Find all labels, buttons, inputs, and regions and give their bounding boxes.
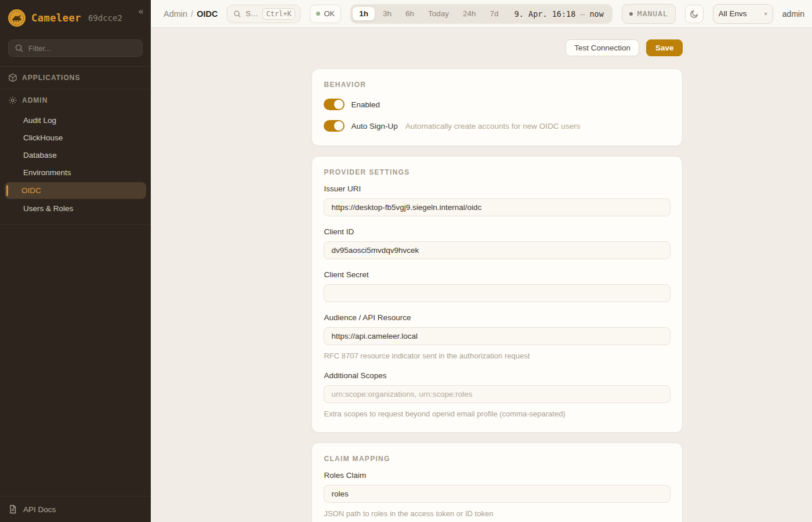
toggle-label: Auto Sign-Up <box>351 122 397 130</box>
sidebar-collapse-icon[interactable]: « <box>138 6 144 17</box>
status-label: OK <box>324 9 335 18</box>
main-area: Admin / OIDC S… Ctrl+K OK 1h 3h 6h Today… <box>151 0 812 522</box>
username-label: admin <box>782 9 804 19</box>
sidebar-header: Cameleer 69dcce2 <box>0 0 151 35</box>
issuer-uri-input[interactable] <box>324 198 670 216</box>
status-dot-icon <box>316 12 320 16</box>
sidebar-section-applications[interactable]: APPLICATIONS <box>0 66 151 89</box>
manual-dot-icon <box>629 12 633 16</box>
manual-label: MANUAL <box>637 9 668 18</box>
behavior-card: BEHAVIOR Enabled Auto Sign-Up Automatica… <box>311 68 683 146</box>
settings-content: Test Connection Save BEHAVIOR Enabled Au… <box>151 28 812 522</box>
sidebar-section-admin[interactable]: ADMIN <box>0 89 151 111</box>
brand-build-hash: 69dcce2 <box>88 13 122 23</box>
breadcrumb-parent[interactable]: Admin <box>164 9 187 19</box>
gear-icon <box>8 96 17 105</box>
card-title: PROVIDER SETTINGS <box>324 168 670 176</box>
topbar: Admin / OIDC S… Ctrl+K OK 1h 3h 6h Today… <box>151 0 812 28</box>
sidebar-spacer <box>0 224 151 496</box>
section-label: APPLICATIONS <box>22 74 80 82</box>
time-range-today[interactable]: Today <box>422 7 455 20</box>
enabled-toggle[interactable] <box>324 99 345 110</box>
sidebar-item-audit-log[interactable]: Audit Log <box>0 112 151 129</box>
time-range-3h[interactable]: 3h <box>376 7 398 20</box>
sidebar-item-environments[interactable]: Environments <box>0 164 151 181</box>
dark-mode-toggle[interactable] <box>685 5 704 23</box>
additional-scopes-input[interactable] <box>324 385 670 403</box>
breadcrumb-separator: / <box>191 9 193 19</box>
time-separator: – <box>580 9 585 19</box>
document-icon <box>8 505 17 514</box>
card-title: BEHAVIOR <box>324 81 670 89</box>
cameleer-logo-icon <box>8 9 26 27</box>
sidebar-item-database[interactable]: Database <box>0 147 151 164</box>
global-search[interactable]: S… Ctrl+K <box>227 5 300 23</box>
time-range-1h[interactable]: 1h <box>352 6 375 21</box>
field-hint: Extra scopes to request beyond openid em… <box>324 409 670 418</box>
chevron-down-icon: ▾ <box>764 10 767 17</box>
time-range-24h[interactable]: 24h <box>456 7 483 20</box>
field-label: Client Secret <box>324 270 670 279</box>
sidebar-filter <box>8 39 143 57</box>
search-shortcut-kbd: Ctrl+K <box>262 8 295 20</box>
search-icon <box>14 44 24 53</box>
claim-mapping-card: CLAIM MAPPING Roles Claim JSON path to r… <box>311 443 683 522</box>
search-icon <box>233 10 241 18</box>
sidebar: « Cameleer 69dcce2 APPLICAT <box>0 0 151 522</box>
field-label: Client ID <box>324 227 670 236</box>
api-docs-link[interactable]: API Docs <box>23 505 56 514</box>
package-icon <box>8 73 17 82</box>
sidebar-footer: API Docs <box>0 496 151 522</box>
time-range-display[interactable]: 9. Apr. 16:18 – now <box>506 9 611 19</box>
provider-settings-card: PROVIDER SETTINGS Issuer URI Client ID C… <box>311 156 683 433</box>
time-to: now <box>589 9 603 19</box>
time-range-6h[interactable]: 6h <box>399 7 420 20</box>
section-label: ADMIN <box>22 96 48 104</box>
field-label: Audience / API Resource <box>324 313 670 322</box>
sidebar-item-oidc[interactable]: OIDC <box>5 182 146 199</box>
search-placeholder: S… <box>245 9 258 18</box>
field-label: Additional Scopes <box>324 371 670 380</box>
field-label: Roles Claim <box>324 471 670 480</box>
audience-input[interactable] <box>324 327 670 345</box>
sidebar-item-clickhouse[interactable]: ClickHouse <box>0 129 151 146</box>
brand-name: Cameleer <box>31 12 81 24</box>
client-secret-input[interactable] <box>324 284 670 302</box>
breadcrumb-current: OIDC <box>197 9 217 19</box>
toggle-hint: Automatically create accounts for new OI… <box>405 122 581 130</box>
moon-icon <box>690 9 699 19</box>
card-title: CLAIM MAPPING <box>324 455 670 463</box>
save-button[interactable]: Save <box>646 39 683 56</box>
time-from: 9. Apr. 16:18 <box>514 9 576 19</box>
time-range-control: 1h 3h 6h Today 24h 7d 9. Apr. 16:18 – no… <box>350 4 612 24</box>
sidebar-item-users-roles[interactable]: Users & Roles <box>0 200 151 217</box>
field-label: Issuer URI <box>324 184 670 193</box>
field-hint: JSON path to roles in the access token o… <box>324 509 670 518</box>
time-range-7d[interactable]: 7d <box>484 7 505 20</box>
toggle-label: Enabled <box>351 100 380 109</box>
environment-select[interactable]: All Envs ▾ <box>713 4 773 24</box>
roles-claim-input[interactable] <box>324 485 670 503</box>
refresh-mode-badge[interactable]: MANUAL <box>622 4 676 24</box>
client-id-input[interactable] <box>324 241 670 259</box>
environment-value: All Envs <box>719 9 747 18</box>
auto-signup-toggle[interactable] <box>324 120 345 132</box>
sidebar-filter-input[interactable] <box>28 44 136 53</box>
field-hint: RFC 8707 resource indicator sent in the … <box>324 351 670 360</box>
admin-nav: Audit Log ClickHouse Database Environmen… <box>0 111 151 224</box>
breadcrumb: Admin / OIDC <box>164 9 217 19</box>
page-actions: Test Connection Save <box>311 39 683 56</box>
test-connection-button[interactable]: Test Connection <box>566 39 639 56</box>
status-badge[interactable]: OK <box>310 5 341 23</box>
